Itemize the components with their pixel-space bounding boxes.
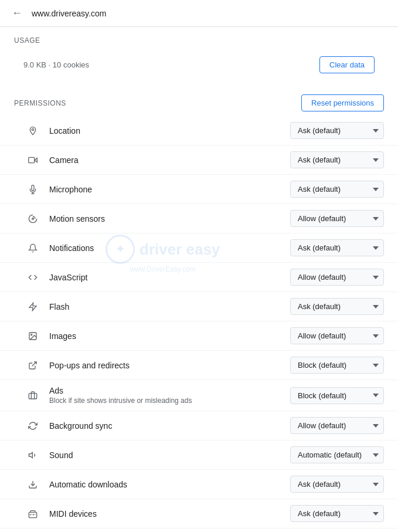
top-bar: ← www.drivereasy.com [0,0,398,27]
permissions-title: Permissions [14,99,66,107]
permission-row-ads: Ads Block if site shows intrusive or mis… [0,380,398,411]
permission-dropdown-automatic-downloads[interactable]: Ask (default) Allow (default)Block (defa… [290,476,384,493]
permission-dropdown-javascript[interactable]: Allow (default) Ask (default)Block (defa… [290,269,384,286]
permission-dropdown-camera[interactable]: Ask (default) Allow (default)Block (defa… [290,151,384,168]
permission-row-midi-devices: MIDI devices Ask (default) Allow (defaul… [0,499,398,528]
permission-row-location: Location Ask (default) Allow (default)Bl… [0,116,398,145]
usage-section-title: Usage [14,36,384,45]
permissions-header: Permissions Reset permissions [0,87,398,116]
permission-row-motion-sensors: Motion sensors Allow (default) Ask (defa… [0,204,398,233]
permission-select-flash: Ask (default) Allow (default)Block (defa… [284,298,384,315]
location-icon [23,126,42,135]
ads-icon [23,391,42,400]
permission-name-camera: Camera [49,155,284,165]
permission-dropdown-popups[interactable]: Block (default) Ask (default)Allow (defa… [290,357,384,374]
permission-name-flash: Flash [49,302,284,311]
svg-marker-4 [29,303,36,310]
permission-row-microphone: Microphone Ask (default) Allow (default)… [0,175,398,204]
svg-rect-0 [29,157,35,162]
permission-row-javascript: JavaScript Allow (default) Ask (default)… [0,263,398,292]
permission-row-images: Images Allow (default) Ask (default)Bloc… [0,321,398,351]
permission-dropdown-sound[interactable]: Automatic (default) Ask (default)Allow (… [290,446,384,463]
permission-sub-ads: Block if site shows intrusive or mislead… [49,397,284,405]
permission-name-microphone: Microphone [49,185,284,194]
permission-select-midi-devices: Ask (default) Allow (default)Block (defa… [284,505,384,522]
permission-select-background-sync: Allow (default) Ask (default)Block (defa… [284,417,384,434]
permission-dropdown-ads[interactable]: Block (default) Ask (default)Allow (defa… [290,387,384,404]
svg-rect-11 [29,512,36,517]
usage-row: 9.0 KB · 10 cookies Clear data [14,52,384,78]
permissions-list: Location Ask (default) Allow (default)Bl… [0,116,398,528]
permission-select-javascript: Allow (default) Ask (default)Block (defa… [284,269,384,286]
usage-section: Usage 9.0 KB · 10 cookies Clear data [0,27,398,87]
permission-select-automatic-downloads: Ask (default) Allow (default)Block (defa… [284,476,384,493]
permission-dropdown-motion-sensors[interactable]: Allow (default) Ask (default)Block (defa… [290,210,384,227]
back-button[interactable]: ← [9,5,25,22]
popups-icon [23,361,42,370]
sound-icon [23,450,42,460]
permission-select-location: Ask (default) Allow (default)Block (defa… [284,122,384,139]
notifications-icon [23,243,42,253]
permission-dropdown-flash[interactable]: Ask (default) Allow (default)Block (defa… [290,298,384,315]
permission-name-midi-devices: MIDI devices [49,509,284,519]
permission-name-location: Location [49,126,284,135]
permission-dropdown-midi-devices[interactable]: Ask (default) Allow (default)Block (defa… [290,505,384,522]
svg-rect-8 [29,394,36,399]
background-sync-icon [23,421,42,431]
permission-name-sound: Sound [49,450,284,460]
permission-select-camera: Ask (default) Allow (default)Block (defa… [284,151,384,168]
domain-label: www.drivereasy.com [32,9,106,18]
images-icon [23,331,42,341]
permission-row-camera: Camera Ask (default) Allow (default)Bloc… [0,145,398,175]
permission-row-sound: Sound Automatic (default) Ask (default)A… [0,440,398,470]
automatic-downloads-icon [23,480,42,489]
permission-select-motion-sensors: Allow (default) Ask (default)Block (defa… [284,210,384,227]
permission-dropdown-microphone[interactable]: Ask (default) Allow (default)Block (defa… [290,181,384,198]
permission-select-images: Allow (default) Ask (default)Block (defa… [284,327,384,344]
permission-dropdown-notifications[interactable]: Ask (default) Allow (default)Block (defa… [290,239,384,256]
permission-name-notifications: Notifications [49,243,284,253]
midi-devices-icon [23,509,42,519]
permission-dropdown-images[interactable]: Allow (default) Ask (default)Block (defa… [290,327,384,344]
permission-name-popups: Pop-ups and redirects [49,361,284,370]
permission-row-background-sync: Background sync Allow (default) Ask (def… [0,411,398,440]
motion-sensors-icon [23,214,42,223]
clear-data-button[interactable]: Clear data [319,56,375,73]
permission-select-sound: Automatic (default) Ask (default)Allow (… [284,446,384,463]
permission-name-motion-sensors: Motion sensors [49,214,284,223]
camera-icon [23,155,42,165]
permission-row-notifications: Notifications Ask (default) Allow (defau… [0,233,398,263]
usage-text: 9.0 KB · 10 cookies [23,60,89,69]
permission-name-automatic-downloads: Automatic downloads [49,480,284,489]
permission-select-microphone: Ask (default) Allow (default)Block (defa… [284,181,384,198]
svg-point-6 [31,334,32,335]
permission-dropdown-location[interactable]: Ask (default) Allow (default)Block (defa… [290,122,384,139]
reset-permissions-button[interactable]: Reset permissions [301,94,384,111]
javascript-icon [23,273,42,282]
permission-select-ads: Block (default) Ask (default)Allow (defa… [284,387,384,404]
permission-row-popups: Pop-ups and redirects Block (default) As… [0,351,398,380]
permission-select-notifications: Ask (default) Allow (default)Block (defa… [284,239,384,256]
permission-name-ads: Ads [49,386,284,395]
svg-line-7 [32,362,36,366]
permission-row-automatic-downloads: Automatic downloads Ask (default) Allow … [0,470,398,499]
permission-select-popups: Block (default) Ask (default)Allow (defa… [284,357,384,374]
permission-name-images: Images [49,331,284,341]
permission-dropdown-background-sync[interactable]: Allow (default) Ask (default)Block (defa… [290,417,384,434]
permission-row-flash: Flash Ask (default) Allow (default)Block… [0,292,398,321]
microphone-icon [23,185,42,194]
svg-marker-9 [29,452,32,458]
flash-icon [23,302,42,311]
permission-name-background-sync: Background sync [49,421,284,431]
permission-name-javascript: JavaScript [49,273,284,282]
